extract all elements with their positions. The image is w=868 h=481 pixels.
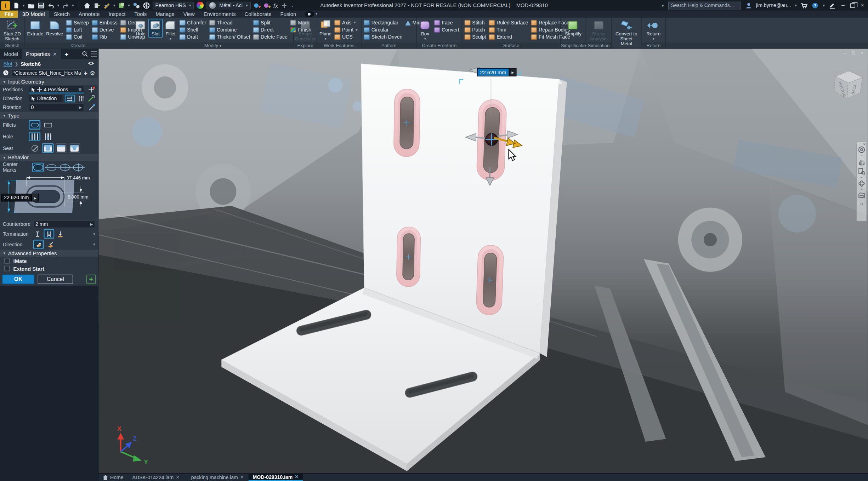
- material-select[interactable]: Métal - Aci ▾: [206, 1, 250, 9]
- new-file-dropdown-icon[interactable]: ▾: [23, 3, 24, 8]
- fillets-obround-option[interactable]: [29, 120, 40, 130]
- center-mark-cross-option[interactable]: [59, 162, 70, 172]
- sketch-edit-dropdown-icon[interactable]: ▾: [113, 3, 115, 8]
- preset-select[interactable]: *Clearance Slot_None_Hex Machine S▾: [11, 69, 81, 77]
- center-mark-none-option[interactable]: [32, 162, 44, 172]
- split-button[interactable]: Split: [252, 19, 289, 26]
- sketch-driven-pattern-button[interactable]: Sketch Driven: [363, 34, 404, 41]
- feedback-pencil-icon[interactable]: [829, 2, 836, 8]
- revolve-button[interactable]: Revolve: [45, 18, 64, 37]
- add-preset-icon[interactable]: +: [84, 69, 87, 77]
- breadcrumb-sketch[interactable]: Sketch6: [21, 61, 41, 67]
- freeform-face-button[interactable]: Face: [433, 19, 460, 26]
- shape-generator-button[interactable]: Shape Generator: [295, 18, 316, 42]
- measure-icon[interactable]: [132, 2, 140, 8]
- seat-none-option[interactable]: [29, 143, 40, 153]
- direction-input[interactable]: Direction: [29, 95, 63, 102]
- tab-sketch[interactable]: Sketch: [49, 11, 74, 18]
- simplify-button[interactable]: Simplify: [564, 18, 583, 37]
- rib-button[interactable]: Rib: [91, 34, 119, 41]
- tab-properties[interactable]: Properties✕: [22, 49, 61, 59]
- doc-close-button[interactable]: ×: [860, 50, 863, 57]
- hole-pilot-option[interactable]: [42, 132, 54, 141]
- sketch-edit-icon[interactable]: [103, 2, 110, 8]
- positions-input[interactable]: 4 Positions ⊗: [29, 86, 84, 93]
- coil-button[interactable]: Coil: [65, 34, 90, 41]
- slot-top-left[interactable]: [393, 89, 420, 157]
- new-file-icon[interactable]: [13, 2, 20, 8]
- direction-default-option[interactable]: [33, 240, 44, 249]
- tab-inspect[interactable]: Inspect: [104, 11, 130, 18]
- shell-button[interactable]: Shell: [178, 26, 207, 33]
- rotation-vector-icon[interactable]: [89, 104, 95, 111]
- termination-through-all-option[interactable]: [44, 229, 54, 239]
- extrude-button[interactable]: Extrude: [26, 18, 44, 37]
- dimension-edit-box[interactable]: 22.620 mm ▶: [477, 68, 516, 76]
- circular-pattern-button[interactable]: Circular: [363, 26, 404, 33]
- ok-button[interactable]: OK: [2, 274, 34, 284]
- navigation-bar[interactable]: ✕ ⊡: [856, 142, 867, 221]
- screencast-button[interactable]: ▾: [305, 11, 317, 18]
- orbit-icon[interactable]: [858, 180, 865, 187]
- cancel-button[interactable]: Cancel: [38, 274, 73, 284]
- direction-vector-icon[interactable]: [88, 95, 95, 102]
- panel-label-create[interactable]: Create: [25, 42, 132, 48]
- draft-button[interactable]: Draft: [178, 34, 207, 41]
- freeform-convert-button[interactable]: Convert: [433, 26, 460, 33]
- emboss-button[interactable]: Emboss: [91, 19, 119, 26]
- navbar-options-icon[interactable]: ⊡: [860, 201, 863, 205]
- termination-dropdown-icon[interactable]: ▾: [93, 231, 95, 236]
- delete-face-button[interactable]: Delete Face: [252, 34, 289, 41]
- visibility-eye-icon[interactable]: [87, 61, 95, 67]
- tab-collaborate[interactable]: Collaborate: [240, 11, 276, 18]
- extend-button[interactable]: Extend: [488, 34, 529, 41]
- hole-button[interactable]: Hole: [134, 18, 148, 37]
- viewport-3d[interactable]: X Y Z BACK BOTTOM 22.620 mm ▶: [98, 49, 868, 474]
- tab-manage[interactable]: Manage: [151, 11, 179, 18]
- axis-button[interactable]: Axis▾: [333, 19, 359, 26]
- doc-tab-home[interactable]: Home: [98, 474, 128, 481]
- combine-button[interactable]: Combine: [208, 26, 251, 33]
- panel-label-simplification[interactable]: Simplification ▾: [561, 42, 585, 48]
- minimize-button[interactable]: –: [840, 2, 846, 8]
- rotation-expand-icon[interactable]: ▶: [79, 105, 82, 110]
- stitch-button[interactable]: Stitch: [463, 19, 487, 26]
- thicken-offset-button[interactable]: Thicken/ Offset: [208, 34, 251, 41]
- pan-hand-icon[interactable]: [858, 158, 865, 165]
- panel-label-create-freeform[interactable]: Create Freeform: [417, 42, 462, 48]
- adjust-icon[interactable]: [263, 2, 270, 8]
- doc-tab-mod-029310[interactable]: MOD-029310.iam✕: [248, 474, 303, 481]
- chamfer-button[interactable]: Chamfer: [178, 19, 207, 26]
- section-advanced-properties[interactable]: Advanced Properties: [0, 250, 98, 257]
- panel-label-pattern[interactable]: Pattern: [362, 42, 416, 48]
- navigation-wheel-icon[interactable]: [858, 146, 865, 153]
- document-settings-icon[interactable]: [93, 2, 100, 8]
- termination-distance-option[interactable]: [33, 229, 42, 239]
- derive-button[interactable]: Derive: [91, 26, 119, 33]
- zoom-icon[interactable]: [858, 168, 865, 175]
- inventor-logo-icon[interactable]: I: [1, 1, 10, 10]
- fillets-rectangle-option[interactable]: [42, 120, 54, 130]
- stress-analysis-button[interactable]: Stress Analysis: [587, 18, 610, 42]
- component-icon[interactable]: [118, 2, 125, 8]
- panel-label-work-features[interactable]: Work Features: [317, 42, 361, 48]
- restore-button[interactable]: [850, 3, 855, 8]
- add-dock-tab[interactable]: +: [61, 49, 73, 59]
- slot-bottom-right[interactable]: [476, 245, 504, 315]
- tab-view[interactable]: View: [179, 11, 199, 18]
- slot-bottom-left[interactable]: [396, 227, 421, 287]
- panel-label-return[interactable]: Return: [642, 42, 665, 48]
- tab-file[interactable]: File: [0, 11, 18, 18]
- user-account[interactable]: jim.byrne@au...: [756, 2, 791, 8]
- appearance-wheel-icon[interactable]: [143, 2, 150, 8]
- patch-button[interactable]: Patch: [463, 26, 487, 33]
- start-2d-sketch-button[interactable]: Start 2D Sketch: [1, 18, 23, 42]
- tab-environments[interactable]: Environments: [199, 11, 240, 18]
- help-dropdown-icon[interactable]: ▾: [823, 3, 825, 8]
- close-properties-icon[interactable]: ✕: [53, 51, 57, 57]
- imate-checkbox[interactable]: [5, 258, 10, 264]
- center-mark-line-option[interactable]: [45, 162, 57, 172]
- plane-button[interactable]: Plane▾: [318, 18, 333, 42]
- direction-flip-option[interactable]: [45, 240, 56, 249]
- undo-dropdown-icon[interactable]: ▾: [57, 3, 59, 8]
